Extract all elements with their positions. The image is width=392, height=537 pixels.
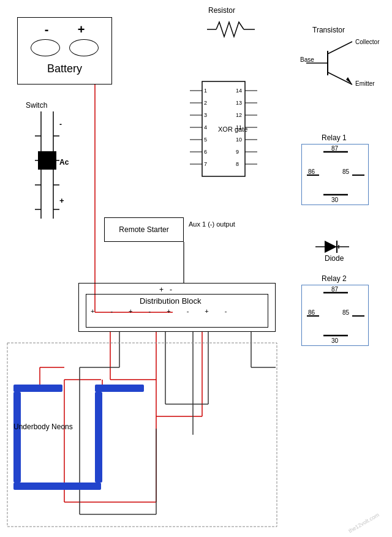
svg-text:30: 30 (331, 197, 339, 203)
relay1-symbol: 87 86 85 30 (302, 145, 369, 206)
watermark: the12volt.com (347, 512, 380, 535)
distribution-block-terminals: + - + - + - + - (91, 307, 227, 315)
relay2-label: Relay 2 (322, 274, 347, 283)
svg-text:9: 9 (236, 149, 239, 155)
neons-label: Underbody Neons (13, 422, 73, 431)
battery-plus: + (78, 23, 85, 37)
diode-label: Diode (325, 254, 344, 263)
resistor-symbol (207, 17, 256, 42)
xor-gate-label: XOR gate (218, 126, 247, 133)
battery-cell-right (69, 39, 99, 56)
svg-text:30: 30 (331, 337, 339, 344)
svg-text:86: 86 (308, 168, 315, 175)
svg-text:Collector: Collector (355, 39, 380, 45)
svg-text:Base: Base (300, 56, 314, 63)
svg-text:7: 7 (204, 161, 207, 167)
svg-text:2: 2 (204, 100, 207, 106)
svg-text:12: 12 (236, 112, 242, 118)
relay2-symbol: 87 86 85 30 (302, 285, 369, 347)
battery-label: Battery (18, 62, 111, 75)
transistor-symbol: Collector Emitter Base (300, 36, 380, 91)
svg-rect-32 (7, 343, 277, 527)
svg-text:4: 4 (204, 124, 207, 130)
svg-rect-26 (13, 483, 62, 490)
svg-text:87: 87 (331, 286, 339, 293)
battery-minus: - (45, 23, 49, 37)
relay2-box: 87 86 85 30 (301, 285, 369, 346)
svg-text:85: 85 (342, 309, 350, 316)
remote-starter-box: Remote Starter (104, 217, 184, 242)
battery-terminals: - + (18, 18, 111, 37)
aux-label: Aux 1 (-) output (189, 220, 235, 228)
svg-text:86: 86 (308, 309, 315, 316)
svg-text:13: 13 (236, 100, 242, 106)
svg-text:14: 14 (236, 88, 242, 94)
diode-symbol (315, 238, 355, 256)
svg-text:+: + (59, 196, 64, 205)
svg-rect-22 (13, 385, 62, 392)
svg-text:87: 87 (331, 145, 339, 152)
dist-plus-minus-top: + - (159, 285, 172, 294)
svg-text:1: 1 (204, 88, 207, 94)
svg-text:85: 85 (342, 168, 350, 175)
svg-line-37 (328, 42, 352, 54)
transistor-label: Transistor (312, 26, 345, 34)
svg-text:3: 3 (204, 112, 207, 118)
relay1-label: Relay 1 (322, 133, 347, 142)
distribution-block-title: Distribution Block (140, 296, 201, 306)
remote-starter-label: Remote Starter (119, 225, 168, 234)
svg-rect-82 (38, 151, 56, 170)
svg-text:6: 6 (204, 149, 207, 155)
battery-ellipses (18, 37, 111, 59)
svg-rect-23 (95, 385, 144, 392)
svg-text:5: 5 (204, 137, 207, 143)
battery-cell-left (31, 39, 60, 56)
svg-text:Emitter: Emitter (355, 80, 375, 87)
resistor-label: Resistor (208, 6, 235, 15)
svg-text:Acc: Acc (59, 158, 69, 167)
svg-text:-: - (59, 120, 62, 129)
battery-box: - + Battery (17, 17, 112, 84)
svg-text:8: 8 (236, 161, 239, 167)
svg-text:10: 10 (236, 137, 242, 143)
svg-rect-25 (95, 392, 102, 483)
svg-marker-95 (325, 241, 337, 253)
switch-label: Switch (26, 101, 47, 110)
svg-rect-27 (52, 483, 101, 490)
relay1-box: 87 86 85 30 (301, 144, 369, 205)
switch-symbol: - Acc + (26, 111, 69, 219)
svg-rect-24 (13, 392, 21, 483)
diagram-container: - + Battery Resistor Transistor Collecto… (0, 0, 392, 537)
